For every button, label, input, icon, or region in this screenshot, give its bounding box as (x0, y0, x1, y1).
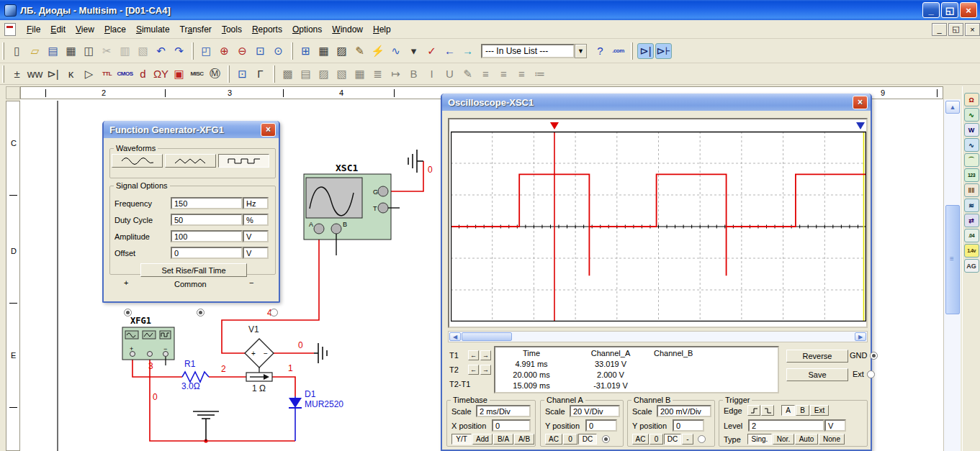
multimeter-icon[interactable]: Ω (964, 93, 979, 106)
place-mixed-icon[interactable]: ΩY (153, 66, 169, 82)
place-source-icon[interactable]: ± (9, 66, 25, 82)
place-electromech-icon[interactable]: Ⓜ (207, 66, 223, 82)
add-button[interactable]: Add (472, 434, 493, 445)
logic-converter-icon[interactable]: ⇄ (964, 214, 979, 227)
toolbar-grip[interactable] (273, 65, 275, 83)
scope-scroll-right-icon[interactable]: ▶ (855, 332, 866, 341)
square-wave-button[interactable] (218, 154, 269, 168)
place-analog-icon[interactable]: ▷ (81, 66, 97, 82)
place-bus-icon[interactable]: Γ (252, 66, 269, 82)
channel-a-dc-button[interactable]: DC (578, 434, 597, 445)
trigger-b-button[interactable]: B (796, 405, 809, 416)
measurement-probe-icon[interactable]: 1.4v (964, 244, 979, 258)
menu-tools[interactable]: Tools (217, 22, 247, 37)
print-icon[interactable]: ▦ (63, 43, 79, 59)
in-use-list-value[interactable]: --- In Use List --- (481, 44, 575, 58)
menu-reports[interactable]: Reports (247, 22, 287, 37)
trigger-ext-button[interactable]: Ext (810, 405, 829, 416)
channel-b-radio[interactable] (698, 435, 706, 443)
ground-symbol-bottom[interactable] (193, 411, 219, 441)
yt-button[interactable]: Y/T (451, 434, 472, 445)
erc-icon[interactable]: ✓ (423, 43, 440, 59)
component-wizard-icon[interactable]: ✎ (351, 43, 368, 59)
scope-scroll-left-icon[interactable]: ◀ (449, 332, 461, 341)
place-misc-icon[interactable]: MISC (189, 66, 205, 82)
database-icon[interactable]: ▨ (333, 43, 350, 59)
toolbar-grip[interactable] (228, 65, 230, 83)
channel-a-ac-button[interactable]: AC (545, 434, 562, 445)
d1-diode[interactable]: D1 MUR2520 (289, 389, 343, 441)
menu-options[interactable]: Options (287, 22, 327, 37)
duty-cycle-input[interactable]: 50 (171, 214, 243, 226)
t1-left-button[interactable]: ← (468, 350, 479, 360)
wattmeter-icon[interactable]: W (964, 123, 979, 137)
channel-b-zero-button[interactable]: 0 (649, 434, 663, 445)
grapher-icon[interactable]: ∿ (387, 43, 404, 59)
oscilloscope-titlebar[interactable]: Oscilloscope-XSC1 × (442, 94, 871, 111)
toolbar-grip[interactable] (2, 65, 4, 83)
trigger-nor-button[interactable]: Nor. (773, 434, 794, 445)
duty-cycle-unit[interactable]: % (243, 214, 269, 226)
back-annotate-icon[interactable]: ← (441, 43, 458, 59)
spreadsheet-icon[interactable]: ▦ (315, 43, 332, 59)
place-basic-icon[interactable]: ww (27, 66, 43, 82)
scroll-up-icon[interactable]: ▲ (945, 101, 960, 114)
trigger-level-unit[interactable]: V (824, 419, 846, 432)
v1-source[interactable]: + − V1 (245, 324, 274, 373)
trigger-sing-button[interactable]: Sing. (747, 434, 772, 445)
simulate-icon[interactable]: ⚡ (369, 43, 386, 59)
current-sensor[interactable]: 1 Ω (246, 373, 272, 393)
fg-plus-radio[interactable] (124, 309, 132, 316)
child-close-button[interactable]: × (965, 23, 980, 36)
menu-place[interactable]: Place (99, 22, 131, 37)
new-document-icon[interactable]: ▯ (9, 43, 25, 59)
timebase-scale-input[interactable]: 2 ms/Div (476, 405, 531, 417)
toolbar-grip[interactable] (2, 42, 4, 60)
place-indicator-icon[interactable]: ▣ (171, 66, 187, 82)
child-restore-button[interactable]: ◱ (948, 23, 963, 36)
function-generator-titlebar[interactable]: Function Generator-XFG1 × (104, 121, 279, 138)
zener-shortcut-icon[interactable]: ⊳⊦ (655, 43, 672, 59)
bode-plotter-icon[interactable]: ⌒ (964, 153, 979, 167)
channel-a-zero-button[interactable]: 0 (563, 434, 577, 445)
ba-button[interactable]: B/A (493, 434, 513, 445)
function-generator-window[interactable]: Function Generator-XFG1 × Waveforms Sign… (102, 121, 280, 303)
channel-b-yposition-input[interactable]: 0 (673, 419, 704, 432)
gnd-radio[interactable] (870, 352, 878, 360)
channel-a-radio[interactable] (602, 435, 610, 443)
restore-button[interactable]: ◱ (941, 2, 958, 18)
place-cmos-icon[interactable]: CMOS (117, 66, 133, 82)
toolbar-grip[interactable] (291, 42, 293, 60)
place-misc-digital-icon[interactable]: d (135, 66, 151, 82)
oscilloscope-icon[interactable]: ∿ (964, 138, 979, 152)
amplitude-input[interactable]: 100 (171, 230, 243, 242)
edaparts-icon[interactable]: .com (610, 43, 626, 59)
minimize-button[interactable]: _ (922, 2, 940, 18)
place-ttl-icon[interactable]: TTL (99, 66, 115, 82)
channel-b-scale-input[interactable]: 200 mV/Div (657, 405, 711, 417)
timebase-xposition-input[interactable]: 0 (492, 419, 531, 432)
grapher-caret-icon[interactable]: ▾ (405, 43, 422, 59)
channel-a-yposition-input[interactable]: 0 (585, 419, 617, 432)
scroll-thumb[interactable] (945, 205, 960, 314)
ground-symbol-v1[interactable] (314, 343, 327, 363)
word-generator-icon[interactable]: ‖‖ (964, 183, 979, 197)
logic-analyzer-icon[interactable]: ≋ (964, 199, 979, 212)
toolbar-grip[interactable] (192, 42, 194, 60)
function-generator-close-icon[interactable]: × (261, 123, 276, 137)
channel-b-ac-button[interactable]: AC (632, 434, 649, 445)
trigger-auto-button[interactable]: Auto (795, 434, 818, 445)
hierarchy-icon[interactable]: ⊞ (297, 43, 314, 59)
place-transistor-icon[interactable]: ĸ (63, 66, 79, 82)
menu-window[interactable]: Window (327, 22, 368, 37)
oscilloscope-window[interactable]: Oscilloscope-XSC1 × ◀ ▶ T1 ← → T2 ← → T2… (441, 94, 872, 451)
redo-icon[interactable]: ↷ (171, 43, 187, 59)
menu-simulate[interactable]: Simulate (131, 22, 175, 37)
undo-icon[interactable]: ↶ (153, 43, 169, 59)
hierarchical-block-icon[interactable]: ⊡ (234, 66, 251, 82)
t2-left-button[interactable]: ← (468, 365, 479, 375)
channel-b-dc-button[interactable]: DC (664, 434, 681, 445)
in-use-list-dropdown-icon[interactable]: ▼ (575, 44, 587, 58)
canvas-vertical-scrollbar[interactable]: ▲ (943, 99, 961, 451)
r1-resistor[interactable]: R1 3.0Ω (181, 359, 209, 391)
